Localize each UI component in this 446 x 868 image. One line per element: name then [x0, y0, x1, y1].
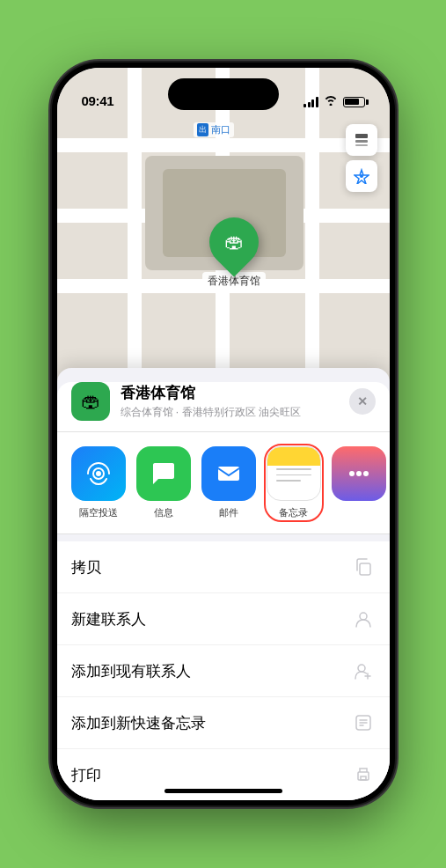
- add-note-icon: [351, 710, 376, 735]
- mail-icon: [201, 446, 256, 501]
- location-pin: 🏟 香港体育馆: [202, 217, 266, 291]
- svg-point-9: [363, 471, 369, 476]
- pin-icon: 🏟: [224, 231, 244, 254]
- dynamic-island: [168, 78, 279, 110]
- status-time: 09:41: [82, 93, 114, 108]
- new-contact-icon: [351, 607, 376, 631]
- status-icons: [303, 95, 365, 108]
- more-icon: [332, 446, 386, 501]
- venue-name: 香港体育馆: [121, 383, 349, 403]
- wifi-icon: [324, 95, 338, 108]
- print-icon: [351, 762, 376, 787]
- share-more[interactable]: [332, 446, 386, 519]
- action-add-existing-label: 添加到现有联系人: [71, 661, 191, 681]
- action-copy-label: 拷贝: [71, 557, 101, 577]
- map-layers-button[interactable]: [346, 124, 377, 156]
- airdrop-icon: [71, 446, 126, 501]
- action-print-label: 打印: [71, 765, 101, 785]
- messages-icon: [136, 446, 191, 501]
- battery-icon: [343, 97, 365, 107]
- action-list: 拷贝 新建联系人 添加到现有联系人: [57, 541, 390, 800]
- signal-bars-icon: [303, 97, 318, 107]
- home-indicator: [165, 789, 282, 793]
- svg-point-7: [349, 471, 355, 476]
- venue-description: 综合体育馆 · 香港特别行政区 油尖旺区: [121, 405, 349, 420]
- south-exit-label: 出 南口: [194, 122, 234, 137]
- copy-icon: [351, 555, 376, 579]
- share-mail[interactable]: 邮件: [201, 446, 256, 519]
- svg-point-12: [358, 665, 365, 672]
- action-add-note[interactable]: 添加到新快速备忘录: [57, 697, 390, 749]
- airdrop-label: 隔空投送: [79, 506, 118, 519]
- bottom-sheet: 🏟 香港体育馆 综合体育馆 · 香港特别行政区 油尖旺区 ✕: [57, 368, 390, 800]
- action-add-existing[interactable]: 添加到现有联系人: [57, 645, 390, 697]
- notes-icon: [267, 446, 321, 501]
- svg-rect-6: [218, 467, 239, 481]
- share-row: 隔空投送 信息: [57, 432, 390, 534]
- svg-rect-0: [355, 134, 368, 138]
- action-new-contact[interactable]: 新建联系人: [57, 593, 390, 645]
- messages-label: 信息: [154, 506, 173, 519]
- venue-header: 🏟 香港体育馆 综合体育馆 · 香港特别行政区 油尖旺区 ✕: [57, 382, 390, 432]
- mail-label: 邮件: [219, 506, 238, 519]
- share-airdrop[interactable]: 隔空投送: [71, 446, 126, 519]
- phone-screen: 09:41: [57, 68, 390, 800]
- svg-point-8: [356, 471, 362, 476]
- svg-point-5: [96, 471, 101, 476]
- phone-frame: 09:41: [52, 63, 395, 805]
- svg-rect-2: [355, 144, 368, 146]
- svg-rect-15: [361, 776, 366, 780]
- notes-label: 备忘录: [279, 506, 308, 519]
- close-button[interactable]: ✕: [349, 388, 376, 415]
- map-location-button[interactable]: [346, 160, 377, 192]
- share-notes[interactable]: 备忘录: [267, 446, 321, 519]
- action-new-contact-label: 新建联系人: [71, 609, 146, 629]
- svg-rect-1: [355, 140, 368, 143]
- svg-point-11: [360, 613, 367, 620]
- action-copy[interactable]: 拷贝: [57, 541, 390, 593]
- venue-info: 香港体育馆 综合体育馆 · 香港特别行政区 油尖旺区: [121, 383, 349, 420]
- share-messages[interactable]: 信息: [136, 446, 191, 519]
- pin-marker: 🏟: [199, 207, 268, 276]
- action-add-note-label: 添加到新快速备忘录: [71, 713, 206, 733]
- svg-point-3: [360, 174, 363, 178]
- venue-icon: 🏟: [71, 382, 110, 421]
- svg-rect-10: [360, 563, 370, 575]
- add-existing-icon: [351, 658, 376, 683]
